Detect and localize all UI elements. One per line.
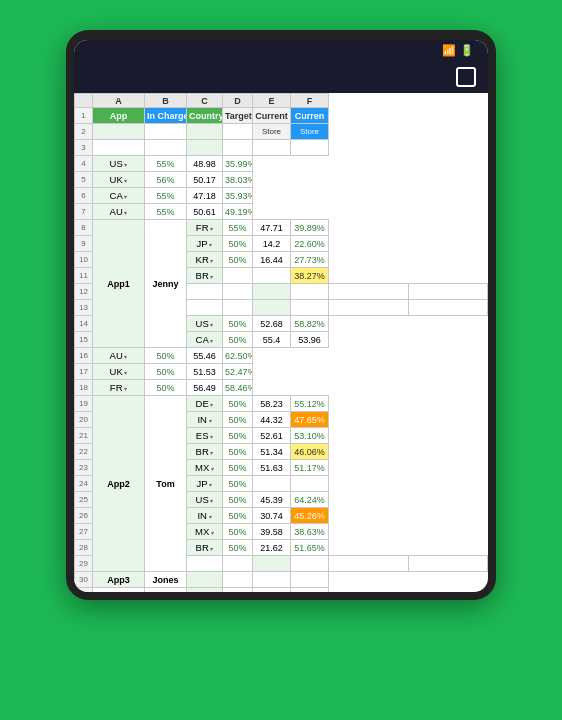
cell-country: MX ▾	[187, 524, 223, 540]
col-c-header: C	[187, 94, 223, 108]
cell-current-store: 35.93%	[223, 188, 253, 204]
row-number: 13	[75, 300, 93, 316]
corner-cell	[75, 94, 93, 108]
cell-current	[253, 140, 291, 156]
col-f-header: F	[291, 94, 329, 108]
cell-target: 55%	[145, 188, 187, 204]
cell-country: CA ▾	[93, 188, 145, 204]
cell-country: UK ▾	[93, 364, 145, 380]
row-number: 9	[75, 236, 93, 252]
row-number: 28	[75, 540, 93, 556]
cell-current-store	[291, 588, 329, 593]
cell-incharge	[223, 284, 253, 300]
row-number: 18	[75, 380, 93, 396]
row-number: 26	[75, 508, 93, 524]
col-a-label: App	[93, 108, 145, 124]
col-d-header: D	[223, 94, 253, 108]
cell-country: US ▾	[187, 316, 223, 332]
cell-incharge: Jenny	[145, 220, 187, 348]
row-number: 23	[75, 460, 93, 476]
cell-current: 56.49	[187, 380, 223, 396]
status-bar: 📶 🔋	[74, 40, 488, 61]
cell-country: US ▾	[187, 492, 223, 508]
cell-current: 14.2	[253, 236, 291, 252]
row-number: 19	[75, 396, 93, 412]
cell-current: 47.18	[187, 188, 223, 204]
cell-current-store: 27.73%	[291, 252, 329, 268]
cell-current-store: 52.47%	[223, 364, 253, 380]
cell-current: 45.39	[253, 492, 291, 508]
row-1-num: 1	[75, 108, 93, 124]
cell-current-store	[291, 140, 329, 156]
row2-a	[93, 124, 145, 140]
row-2-num: 2	[75, 124, 93, 140]
table-row: 6CA ▾55%47.1835.93%	[75, 188, 488, 204]
cell-target: 55%	[223, 220, 253, 236]
cell-current: 48.98	[187, 156, 223, 172]
header-section	[261, 0, 301, 30]
row-number: 11	[75, 268, 93, 284]
cell-current: 51.53	[187, 364, 223, 380]
cell-app	[93, 588, 145, 593]
table-row: 3	[75, 140, 488, 156]
cell-country: JP ▾	[187, 476, 223, 492]
cell-target: 50%	[223, 412, 253, 428]
cell-target: 50%	[223, 428, 253, 444]
cell-app	[187, 556, 223, 572]
cell-country: UK ▾	[93, 172, 145, 188]
cell-country: FR ▾	[187, 220, 223, 236]
col-c-label: Country	[187, 108, 223, 124]
cell-country: US ▾	[93, 156, 145, 172]
cell-current	[329, 284, 409, 300]
row-number: 16	[75, 348, 93, 364]
cell-target: 55%	[145, 156, 187, 172]
row-number: 3	[75, 140, 93, 156]
cell-incharge	[223, 556, 253, 572]
cell-app: App2	[93, 396, 145, 572]
cell-current-store	[291, 476, 329, 492]
cell-app	[187, 284, 223, 300]
cell-country: BR ▾	[187, 444, 223, 460]
cell-country: MX ▾	[187, 460, 223, 476]
cell-current-store: 62.50%	[223, 348, 253, 364]
cell-country: BR ▾	[187, 268, 223, 284]
cell-current: 51.34	[253, 444, 291, 460]
cell-current-store	[408, 284, 488, 300]
col-e-label: Current	[253, 108, 291, 124]
cell-target	[223, 588, 253, 593]
cell-current: 50.17	[187, 172, 223, 188]
header-row-2: 2 Store Store	[75, 124, 488, 140]
cell-target	[223, 268, 253, 284]
cell-current	[253, 268, 291, 284]
cell-target: 50%	[223, 236, 253, 252]
cell-app	[93, 140, 145, 156]
row-number: 5	[75, 172, 93, 188]
cell-current	[253, 572, 291, 588]
cell-country: BR ▾	[187, 540, 223, 556]
row-number: 8	[75, 220, 93, 236]
cell-target: 50%	[223, 524, 253, 540]
cell-current: 52.61	[253, 428, 291, 444]
wifi-icon: 📶	[442, 44, 456, 57]
cell-current: 39.58	[253, 524, 291, 540]
expand-icon[interactable]	[456, 67, 476, 87]
cell-current-store: 46.06%	[291, 444, 329, 460]
spreadsheet-body: 34US ▾55%48.9835.99%5UK ▾56%50.1738.03%6…	[75, 140, 488, 593]
col-letters-row: A B C D E F	[75, 94, 488, 108]
tablet-inner: 📶 🔋	[74, 40, 488, 592]
cell-current-store	[291, 572, 329, 588]
cell-incharge	[145, 140, 187, 156]
table-row: 19App2TomDE ▾50%58.2355.12%	[75, 396, 488, 412]
cell-target	[291, 300, 329, 316]
col-d-label: Target	[223, 108, 253, 124]
cell-current: 50.61	[187, 204, 223, 220]
row-number: 6	[75, 188, 93, 204]
cell-target: 50%	[223, 444, 253, 460]
col-f-label: Curren	[291, 108, 329, 124]
row-number: 12	[75, 284, 93, 300]
cell-country	[187, 140, 223, 156]
row2-d	[223, 124, 253, 140]
row-number: 27	[75, 524, 93, 540]
row-number: 10	[75, 252, 93, 268]
row-number: 25	[75, 492, 93, 508]
